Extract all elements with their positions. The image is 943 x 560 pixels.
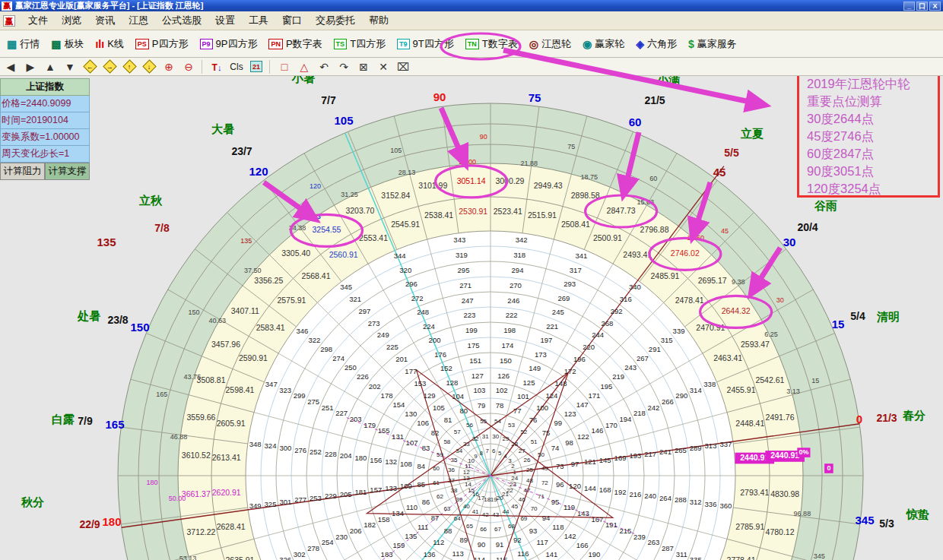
- menu-item-公式选股[interactable]: 公式选股: [155, 11, 208, 30]
- svg-text:30: 30: [783, 236, 796, 248]
- svg-text:64: 64: [454, 515, 461, 522]
- arc-ccw-icon[interactable]: ↶: [315, 59, 333, 74]
- svg-text:180: 180: [355, 454, 367, 462]
- close-icon[interactable]: X: [929, 2, 941, 11]
- menu-item-设置[interactable]: 设置: [208, 11, 242, 30]
- svg-text:15: 15: [811, 377, 819, 384]
- svg-text:99: 99: [554, 419, 563, 427]
- resize-icon[interactable]: ✕: [374, 59, 392, 74]
- menu-item-帮助[interactable]: 帮助: [362, 11, 395, 30]
- menu-item-江恩[interactable]: 江恩: [122, 11, 155, 30]
- svg-text:341: 341: [575, 252, 587, 260]
- svg-text:25.00: 25.00: [459, 158, 476, 166]
- minimize-icon[interactable]: _: [903, 2, 915, 11]
- calendar-icon[interactable]: 21: [247, 59, 265, 74]
- nav-up-icon[interactable]: ▲: [41, 59, 59, 74]
- pan-left-icon[interactable]: ←: [81, 59, 99, 74]
- rect-tool-icon[interactable]: □: [275, 59, 294, 74]
- svg-text:80: 80: [460, 407, 468, 415]
- svg-text:120: 120: [249, 165, 268, 178]
- toolbar-button-9p-square[interactable]: P99P四方形: [195, 34, 262, 54]
- toolbar-button-kline[interactable]: ılıK线: [90, 34, 128, 54]
- svg-text:173: 173: [535, 350, 547, 359]
- svg-text:33: 33: [463, 441, 470, 448]
- svg-text:23/7: 23/7: [231, 145, 252, 157]
- svg-text:2778.41: 2778.41: [727, 555, 756, 560]
- pan-right-icon[interactable]: →: [100, 59, 119, 74]
- clear-drawings-icon[interactable]: ⌧: [394, 59, 412, 74]
- svg-text:24: 24: [511, 475, 518, 482]
- zoom-out-icon[interactable]: ⊖: [179, 59, 198, 74]
- menu-item-浏览[interactable]: 浏览: [55, 11, 88, 30]
- toolbar-button-p-table[interactable]: PNP数字表: [264, 34, 326, 54]
- toolbar-button-t-table[interactable]: TNT数字表: [461, 34, 522, 54]
- calc-resistance-button[interactable]: 计算阻力: [0, 163, 45, 180]
- svg-text:57: 57: [454, 429, 461, 435]
- svg-text:3305.40: 3305.40: [281, 248, 310, 258]
- toolbar-button-winner-wheel[interactable]: ◉赢家轮: [578, 34, 629, 54]
- svg-text:45: 45: [713, 166, 726, 179]
- svg-text:2796.88: 2796.88: [640, 225, 669, 234]
- toolbar-button-sectors[interactable]: ▩板块: [46, 34, 88, 54]
- toolbar-button-9t-square[interactable]: T99T四方形: [392, 34, 459, 54]
- menu-item-工具[interactable]: 工具: [242, 11, 275, 30]
- svg-text:201: 201: [395, 355, 408, 363]
- nav-next-icon[interactable]: ▶: [21, 59, 40, 74]
- svg-text:52: 52: [520, 429, 527, 435]
- svg-text:2605.91: 2605.91: [217, 419, 246, 428]
- svg-text:3661.37: 3661.37: [182, 489, 211, 498]
- svg-text:59: 59: [437, 451, 443, 458]
- cls-button[interactable]: Cls: [227, 59, 246, 74]
- svg-text:101: 101: [517, 392, 529, 400]
- nav-prev-icon[interactable]: ◀: [2, 59, 20, 74]
- svg-text:21.88: 21.88: [520, 160, 538, 167]
- svg-text:90: 90: [480, 133, 487, 141]
- svg-text:316: 316: [620, 295, 632, 303]
- svg-text:5/5: 5/5: [724, 147, 739, 159]
- svg-text:266: 266: [662, 397, 674, 406]
- menu-item-文件[interactable]: 文件: [21, 11, 55, 30]
- svg-text:2613.41: 2613.41: [212, 453, 241, 462]
- menu-item-交易委托[interactable]: 交易委托: [309, 11, 362, 30]
- pan-down-icon[interactable]: ↓: [140, 59, 158, 74]
- toolbar-button-service[interactable]: $赢家服务: [684, 34, 741, 54]
- svg-text:68: 68: [508, 523, 515, 530]
- svg-text:337: 337: [719, 440, 732, 448]
- pan-up-icon[interactable]: ↑: [120, 59, 138, 74]
- fit-window-icon[interactable]: ⊠: [354, 59, 373, 74]
- arc-cw-icon[interactable]: ↷: [335, 59, 353, 74]
- nav-down-icon[interactable]: ▼: [61, 59, 79, 74]
- price-axis-icon[interactable]: T↓: [208, 59, 226, 74]
- svg-text:239: 239: [633, 533, 646, 541]
- toolbar-button-quotes[interactable]: ▦行情: [2, 34, 44, 54]
- toolbar-button-t-square[interactable]: TST四方形: [329, 34, 390, 54]
- svg-text:45: 45: [721, 227, 729, 235]
- svg-text:65: 65: [466, 523, 473, 530]
- toolbar-button-p-square[interactable]: PSP四方形: [131, 34, 193, 54]
- svg-text:43.75: 43.75: [184, 373, 202, 381]
- svg-text:112: 112: [433, 538, 444, 546]
- svg-text:9.38: 9.38: [732, 278, 745, 286]
- menu-item-窗口[interactable]: 窗口: [275, 11, 309, 30]
- svg-text:4830.98: 4830.98: [770, 489, 799, 498]
- svg-text:192: 192: [614, 488, 627, 496]
- svg-text:51: 51: [531, 438, 538, 445]
- toolbar-button-hexagon[interactable]: ◈六角形: [631, 34, 681, 54]
- svg-text:2493.41: 2493.41: [623, 250, 652, 259]
- calc-support-button[interactable]: 计算支撑: [45, 163, 90, 180]
- menu-item-资讯[interactable]: 资讯: [88, 11, 122, 30]
- svg-text:105: 105: [390, 147, 402, 154]
- svg-text:2: 2: [511, 463, 515, 470]
- maximize-icon[interactable]: 口: [916, 2, 928, 11]
- zoom-in-icon[interactable]: ⊕: [160, 59, 178, 74]
- svg-text:88: 88: [444, 527, 452, 535]
- triangle-tool-icon[interactable]: △: [295, 59, 313, 74]
- svg-text:30: 30: [776, 296, 784, 304]
- svg-text:203: 203: [350, 415, 362, 423]
- svg-text:108: 108: [400, 460, 412, 468]
- svg-text:2545.91: 2545.91: [391, 220, 420, 229]
- svg-text:2620.91: 2620.91: [212, 488, 241, 497]
- toolbar-button-gann-wheel[interactable]: ◎江恩轮: [525, 34, 576, 54]
- svg-text:295: 295: [458, 266, 470, 274]
- svg-text:143: 143: [577, 509, 589, 517]
